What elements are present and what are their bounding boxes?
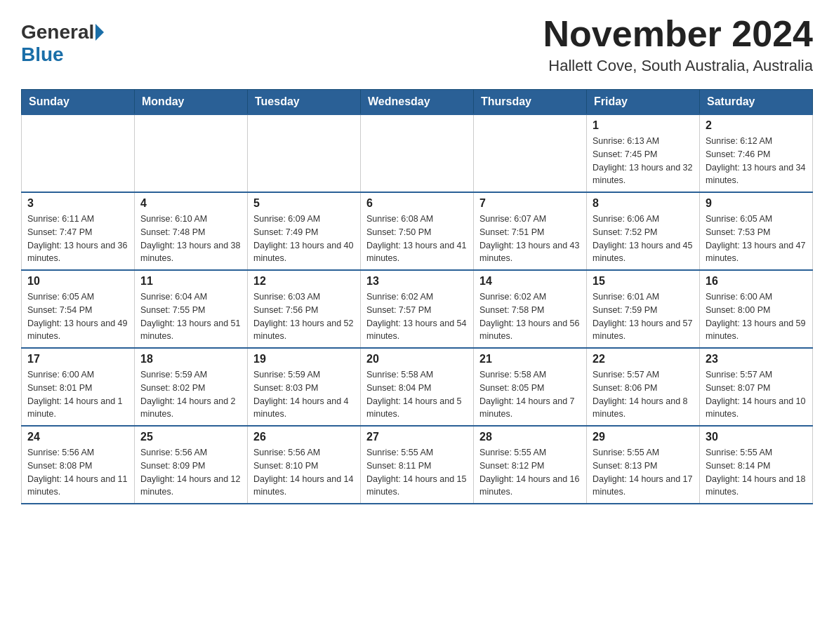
calendar-cell xyxy=(22,114,135,192)
calendar-week-3: 10Sunrise: 6:05 AMSunset: 7:54 PMDayligh… xyxy=(22,270,813,348)
page-header: General Blue November 2024 Hallett Cove,… xyxy=(21,14,813,75)
calendar-cell xyxy=(248,114,361,192)
day-info: Sunrise: 6:05 AMSunset: 7:53 PMDaylight:… xyxy=(706,213,807,265)
calendar-table: SundayMondayTuesdayWednesdayThursdayFrid… xyxy=(21,89,813,504)
day-number: 15 xyxy=(593,275,694,288)
day-info: Sunrise: 6:00 AMSunset: 8:00 PMDaylight:… xyxy=(706,290,807,343)
day-number: 8 xyxy=(593,197,694,210)
calendar-cell: 16Sunrise: 6:00 AMSunset: 8:00 PMDayligh… xyxy=(700,270,813,348)
calendar-cell: 19Sunrise: 5:59 AMSunset: 8:03 PMDayligh… xyxy=(248,348,361,426)
calendar-cell: 28Sunrise: 5:55 AMSunset: 8:12 PMDayligh… xyxy=(474,426,587,504)
weekday-header-tuesday: Tuesday xyxy=(248,90,361,115)
calendar-cell: 21Sunrise: 5:58 AMSunset: 8:05 PMDayligh… xyxy=(474,348,587,426)
day-info: Sunrise: 6:12 AMSunset: 7:46 PMDaylight:… xyxy=(706,135,807,187)
calendar-cell: 17Sunrise: 6:00 AMSunset: 8:01 PMDayligh… xyxy=(22,348,135,426)
day-number: 25 xyxy=(140,431,241,443)
calendar-cell: 15Sunrise: 6:01 AMSunset: 7:59 PMDayligh… xyxy=(587,270,700,348)
calendar-cell: 24Sunrise: 5:56 AMSunset: 8:08 PMDayligh… xyxy=(22,426,135,504)
day-number: 9 xyxy=(706,197,807,210)
calendar-week-1: 1Sunrise: 6:13 AMSunset: 7:45 PMDaylight… xyxy=(22,114,813,192)
day-number: 27 xyxy=(366,431,468,443)
calendar-cell: 14Sunrise: 6:02 AMSunset: 7:58 PMDayligh… xyxy=(474,270,587,348)
calendar-cell: 4Sunrise: 6:10 AMSunset: 7:48 PMDaylight… xyxy=(135,192,248,270)
location-title: Hallett Cove, South Australia, Australia xyxy=(543,57,813,75)
calendar-cell: 13Sunrise: 6:02 AMSunset: 7:57 PMDayligh… xyxy=(361,270,474,348)
weekday-header-sunday: Sunday xyxy=(22,90,135,115)
title-block: November 2024 Hallett Cove, South Austra… xyxy=(543,14,813,75)
day-number: 3 xyxy=(27,197,128,210)
calendar-cell: 10Sunrise: 6:05 AMSunset: 7:54 PMDayligh… xyxy=(22,270,135,348)
day-info: Sunrise: 6:09 AMSunset: 7:49 PMDaylight:… xyxy=(253,213,355,265)
calendar-week-2: 3Sunrise: 6:11 AMSunset: 7:47 PMDaylight… xyxy=(22,192,813,270)
day-number: 17 xyxy=(27,353,128,365)
day-info: Sunrise: 6:06 AMSunset: 7:52 PMDaylight:… xyxy=(593,213,694,265)
day-info: Sunrise: 6:00 AMSunset: 8:01 PMDaylight:… xyxy=(27,368,128,421)
day-number: 28 xyxy=(479,431,581,443)
calendar-cell: 7Sunrise: 6:07 AMSunset: 7:51 PMDaylight… xyxy=(474,192,587,270)
day-number: 10 xyxy=(27,275,128,288)
day-number: 2 xyxy=(706,119,807,132)
day-info: Sunrise: 5:56 AMSunset: 8:09 PMDaylight:… xyxy=(140,446,241,499)
calendar-cell xyxy=(135,114,248,192)
day-info: Sunrise: 6:10 AMSunset: 7:48 PMDaylight:… xyxy=(140,213,241,265)
calendar-cell: 2Sunrise: 6:12 AMSunset: 7:46 PMDaylight… xyxy=(700,114,813,192)
month-title: November 2024 xyxy=(543,14,813,54)
day-number: 5 xyxy=(253,197,355,210)
calendar-cell: 18Sunrise: 5:59 AMSunset: 8:02 PMDayligh… xyxy=(135,348,248,426)
day-info: Sunrise: 6:11 AMSunset: 7:47 PMDaylight:… xyxy=(27,213,128,265)
calendar-cell xyxy=(474,114,587,192)
calendar-cell xyxy=(361,114,474,192)
day-number: 7 xyxy=(479,197,581,210)
day-number: 22 xyxy=(593,353,694,365)
calendar-cell: 30Sunrise: 5:55 AMSunset: 8:14 PMDayligh… xyxy=(700,426,813,504)
calendar-cell: 23Sunrise: 5:57 AMSunset: 8:07 PMDayligh… xyxy=(700,348,813,426)
day-info: Sunrise: 5:55 AMSunset: 8:11 PMDaylight:… xyxy=(366,446,468,499)
weekday-header-wednesday: Wednesday xyxy=(361,90,474,115)
day-number: 18 xyxy=(140,353,241,365)
calendar-cell: 9Sunrise: 6:05 AMSunset: 7:53 PMDaylight… xyxy=(700,192,813,270)
day-info: Sunrise: 6:07 AMSunset: 7:51 PMDaylight:… xyxy=(479,213,581,265)
day-number: 13 xyxy=(366,275,468,288)
calendar-cell: 20Sunrise: 5:58 AMSunset: 8:04 PMDayligh… xyxy=(361,348,474,426)
calendar-cell: 26Sunrise: 5:56 AMSunset: 8:10 PMDayligh… xyxy=(248,426,361,504)
logo: General Blue xyxy=(21,21,105,66)
calendar-cell: 22Sunrise: 5:57 AMSunset: 8:06 PMDayligh… xyxy=(587,348,700,426)
day-number: 30 xyxy=(706,431,807,443)
calendar-cell: 27Sunrise: 5:55 AMSunset: 8:11 PMDayligh… xyxy=(361,426,474,504)
day-number: 14 xyxy=(479,275,581,288)
calendar-header-row: SundayMondayTuesdayWednesdayThursdayFrid… xyxy=(22,90,813,115)
day-info: Sunrise: 6:01 AMSunset: 7:59 PMDaylight:… xyxy=(593,290,694,343)
day-number: 4 xyxy=(140,197,241,210)
calendar-cell: 29Sunrise: 5:55 AMSunset: 8:13 PMDayligh… xyxy=(587,426,700,504)
day-info: Sunrise: 5:56 AMSunset: 8:08 PMDaylight:… xyxy=(27,446,128,499)
day-info: Sunrise: 6:05 AMSunset: 7:54 PMDaylight:… xyxy=(27,290,128,343)
day-info: Sunrise: 5:59 AMSunset: 8:03 PMDaylight:… xyxy=(253,368,355,421)
day-info: Sunrise: 6:13 AMSunset: 7:45 PMDaylight:… xyxy=(593,135,694,187)
calendar-cell: 25Sunrise: 5:56 AMSunset: 8:09 PMDayligh… xyxy=(135,426,248,504)
weekday-header-friday: Friday xyxy=(587,90,700,115)
calendar-week-5: 24Sunrise: 5:56 AMSunset: 8:08 PMDayligh… xyxy=(22,426,813,504)
day-number: 19 xyxy=(253,353,355,365)
weekday-header-saturday: Saturday xyxy=(700,90,813,115)
day-info: Sunrise: 6:08 AMSunset: 7:50 PMDaylight:… xyxy=(366,213,468,265)
day-number: 24 xyxy=(27,431,128,443)
calendar-cell: 3Sunrise: 6:11 AMSunset: 7:47 PMDaylight… xyxy=(22,192,135,270)
day-number: 1 xyxy=(593,119,694,132)
day-info: Sunrise: 5:55 AMSunset: 8:14 PMDaylight:… xyxy=(706,446,807,499)
day-number: 16 xyxy=(706,275,807,288)
day-number: 20 xyxy=(366,353,468,365)
day-number: 29 xyxy=(593,431,694,443)
calendar-cell: 1Sunrise: 6:13 AMSunset: 7:45 PMDaylight… xyxy=(587,114,700,192)
logo-triangle-icon xyxy=(95,24,104,41)
logo-blue-text: Blue xyxy=(21,43,64,66)
day-info: Sunrise: 6:03 AMSunset: 7:56 PMDaylight:… xyxy=(253,290,355,343)
calendar-cell: 11Sunrise: 6:04 AMSunset: 7:55 PMDayligh… xyxy=(135,270,248,348)
day-info: Sunrise: 5:59 AMSunset: 8:02 PMDaylight:… xyxy=(140,368,241,421)
calendar-week-4: 17Sunrise: 6:00 AMSunset: 8:01 PMDayligh… xyxy=(22,348,813,426)
calendar-cell: 5Sunrise: 6:09 AMSunset: 7:49 PMDaylight… xyxy=(248,192,361,270)
weekday-header-thursday: Thursday xyxy=(474,90,587,115)
day-info: Sunrise: 5:58 AMSunset: 8:04 PMDaylight:… xyxy=(366,368,468,421)
day-number: 11 xyxy=(140,275,241,288)
day-number: 23 xyxy=(706,353,807,365)
day-info: Sunrise: 5:57 AMSunset: 8:07 PMDaylight:… xyxy=(706,368,807,421)
